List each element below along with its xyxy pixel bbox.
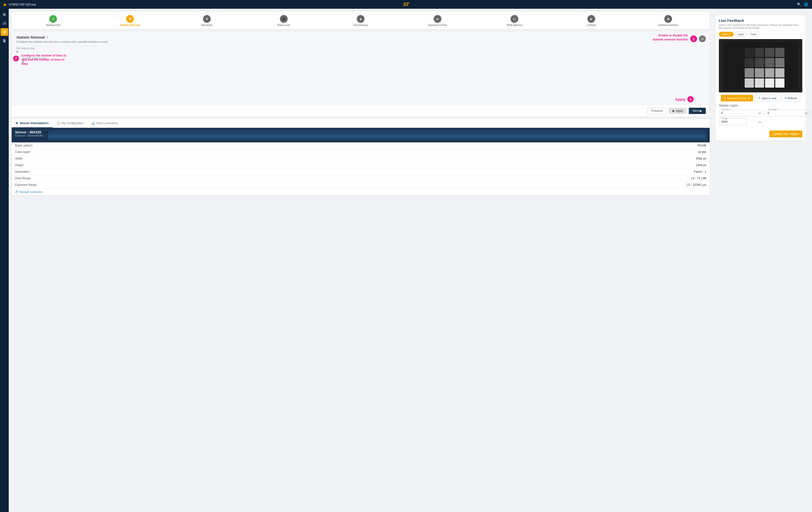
open-in-new-button[interactable]: ↗ Open in new bbox=[755, 95, 780, 102]
sensor-row-height: Height 1944 px bbox=[12, 162, 709, 169]
panel-header: Statistic Removal ℹ bbox=[17, 35, 705, 39]
st-logo: ST bbox=[403, 2, 409, 7]
step-1-circle: ✓ bbox=[49, 15, 57, 23]
preview-image bbox=[719, 39, 802, 92]
num-lines-value: 0 bbox=[22, 60, 705, 63]
step-7-label: White Balance bbox=[506, 24, 522, 27]
step-gamma-correction[interactable]: ⊠ Gamma correction bbox=[630, 15, 706, 27]
sensor-info-left: Sensor : IMX335 Comport : /dev/ttyACM1 bbox=[15, 130, 44, 140]
preview-actions: ⬇ Download Dump ▼ ↗ Open in new ↻ Refres… bbox=[719, 95, 802, 102]
region-height-row: Height px bbox=[719, 118, 747, 125]
download-dump-button[interactable]: ⬇ Download Dump ▼ bbox=[721, 95, 753, 102]
theme-dark-btn[interactable]: Dark bbox=[748, 32, 760, 37]
color-checker-cell bbox=[765, 68, 774, 77]
sidebar-item-file[interactable] bbox=[0, 37, 8, 45]
update-stat-region-button[interactable]: Update Stat. Region bbox=[769, 131, 802, 137]
live-feedback-card: Live Feedback Have a live preview on the… bbox=[716, 15, 806, 141]
color-checker-cell bbox=[775, 48, 784, 57]
color-checker-cell bbox=[765, 78, 774, 88]
live-feedback-title: Live Feedback bbox=[719, 19, 802, 23]
annotation-2-text: Configure the number of lines to skip an… bbox=[21, 54, 70, 66]
step-8-label: Contrast bbox=[587, 24, 596, 27]
color-checker-cell bbox=[765, 48, 774, 57]
refresh-button[interactable]: ↻ Refresh bbox=[781, 95, 800, 102]
annotation-3-badge: 3 bbox=[687, 96, 694, 102]
step-starting-point[interactable]: ✓ Starting Point bbox=[16, 15, 91, 27]
top-left-x-input[interactable] bbox=[721, 111, 757, 115]
sidebar-item-chart[interactable] bbox=[0, 20, 8, 27]
globe-icon[interactable]: 🌐 bbox=[804, 2, 808, 6]
step-8-circle: ◐ bbox=[587, 15, 595, 23]
color-checker-cell bbox=[775, 68, 784, 77]
sensor-row-color-depth: Color depth 10 bits bbox=[12, 149, 709, 155]
link-icon: 🔗 bbox=[15, 190, 19, 193]
app-title: STM32 ISP IQTune bbox=[9, 3, 36, 6]
color-checker-cell bbox=[765, 58, 774, 67]
height-input[interactable] bbox=[721, 120, 757, 123]
sidebar-item-settings[interactable] bbox=[0, 28, 8, 36]
step-4-label: Black Level bbox=[278, 24, 290, 27]
previous-button[interactable]: Previous bbox=[647, 108, 667, 114]
panel-body: Statistic Removal ℹ Configure the statis… bbox=[12, 31, 709, 105]
step-contrast[interactable]: ◐ Contrast bbox=[553, 15, 629, 27]
step-1-label: Starting Point bbox=[46, 24, 60, 27]
steps-row: ✓ Starting Point ✎ Statistic Removal ✕ B… bbox=[16, 15, 706, 27]
tab-sensor-info[interactable]: ⚙ Sensor information's bbox=[12, 119, 53, 128]
num-lines-group: 2 Configure the number of lines to skip … bbox=[17, 57, 705, 63]
step-exposure-control[interactable]: ◎ Exposure Control bbox=[400, 15, 475, 27]
next-button[interactable]: Next ▶ bbox=[689, 108, 706, 114]
play-icon: ▶ bbox=[672, 109, 675, 113]
svg-rect-1 bbox=[4, 22, 5, 25]
height-field: Height px bbox=[719, 118, 747, 125]
theme-light-btn[interactable]: Light bbox=[735, 32, 747, 37]
annotation-2-badge: 2 bbox=[13, 56, 19, 61]
step-statistic-removal[interactable]: ✎ Statistic Removal bbox=[92, 15, 168, 27]
preview-inner bbox=[723, 42, 798, 90]
dropdown-arrow-icon: ▼ bbox=[748, 97, 750, 100]
height-unit: px bbox=[758, 120, 761, 123]
stat-region-title: Statistic region : bbox=[719, 104, 802, 107]
config-icon: 📋 bbox=[57, 121, 60, 125]
step-demosaicing[interactable]: ◈ Demosaicing bbox=[323, 15, 399, 27]
apply-button[interactable]: ▶ Apply bbox=[669, 108, 687, 114]
step-bad-pixels[interactable]: ✕ Bad pixels bbox=[169, 15, 245, 27]
top-left-x-label: Top left X bbox=[721, 108, 731, 111]
sidebar-item-home[interactable] bbox=[0, 11, 8, 19]
tab-my-config[interactable]: 📋 My Configuration bbox=[53, 119, 88, 128]
theme-default-btn[interactable]: Default bbox=[719, 32, 734, 37]
color-checker-cell bbox=[775, 78, 784, 88]
step-5-circle: ◈ bbox=[357, 15, 365, 23]
toggle-button[interactable]: ⊟ bbox=[699, 35, 706, 42]
manage-connection-link[interactable]: 🔗 Manage connection bbox=[12, 188, 709, 195]
color-checker-cell bbox=[755, 48, 764, 57]
sensor-row-gain: Gain Range [ 0 - 72 ] dB bbox=[12, 175, 709, 182]
color-checker-cell bbox=[755, 68, 764, 77]
sensor-comport: Comport : /dev/ttyACM1 bbox=[15, 134, 44, 137]
search-icon[interactable]: 🔍 bbox=[797, 2, 801, 6]
topbar: ▶ STM32 ISP IQTune ST 🔍 🌐 bbox=[0, 0, 812, 9]
sensor-info-card: ⚙ Sensor information's 📋 My Configuratio… bbox=[12, 119, 709, 195]
top-right-y-unit: px bbox=[805, 112, 808, 114]
height-label: Height bbox=[721, 117, 728, 120]
theme-buttons: Default Light Dark bbox=[719, 32, 802, 37]
tab-pixel-luminance[interactable]: 📊 Pixel Luminance bbox=[87, 119, 121, 128]
settings-icon: ⚙ bbox=[16, 121, 18, 125]
step-white-balance[interactable]: ◯ White Balance bbox=[476, 15, 552, 27]
color-checker-cell bbox=[745, 48, 754, 57]
sensor-row-bayer: Bayer pattern RGGB bbox=[12, 142, 709, 149]
main-content: ✓ Starting Point ✎ Statistic Removal ✕ B… bbox=[9, 9, 812, 512]
statistic-region-section: Statistic region : Top left X px bbox=[719, 104, 802, 125]
step-9-circle: ⊠ bbox=[664, 15, 672, 23]
top-right-y-input[interactable] bbox=[767, 111, 804, 115]
color-checker-cell bbox=[755, 58, 764, 67]
first-lines-label: First lines to skip bbox=[17, 47, 705, 50]
next-arrow-icon: ▶ bbox=[700, 109, 702, 113]
step-7-circle: ◯ bbox=[511, 15, 518, 23]
step-6-circle: ◎ bbox=[434, 15, 441, 23]
step-black-level[interactable]: ⬛ Black Level bbox=[246, 15, 322, 27]
color-checker-cell bbox=[745, 68, 754, 77]
top-left-x-unit: px bbox=[758, 112, 761, 114]
top-right-y-field: Top Right Y px bbox=[765, 110, 810, 116]
nav-buttons: Previous ▶ Apply Next ▶ bbox=[12, 105, 709, 117]
info-icon[interactable]: ℹ bbox=[47, 36, 48, 39]
